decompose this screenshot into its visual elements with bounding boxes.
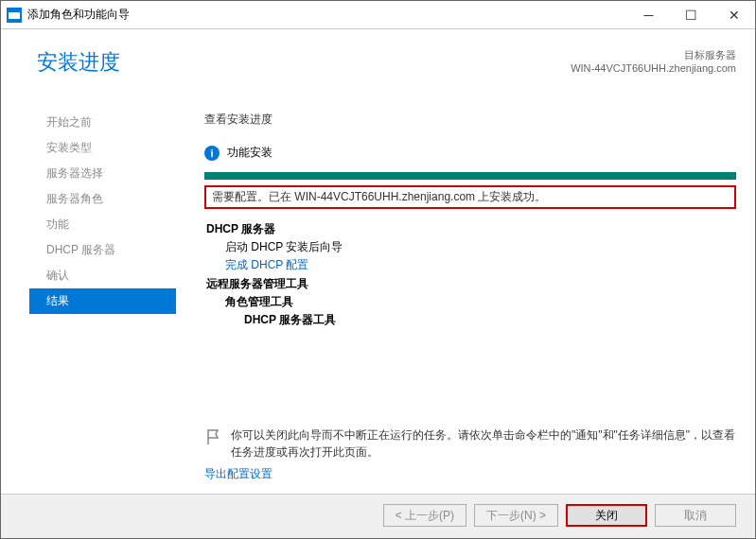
next-button: 下一步(N) > [474,504,558,527]
step-sidebar: 开始之前 安装类型 服务器选择 服务器角色 功能 DHCP 服务器 确认 结果 [29,100,176,494]
tree-dhcp-server: DHCP 服务器 [206,220,736,238]
status-message: 需要配置。已在 WIN-44VCJT66UHH.zhenjiang.com 上安… [204,185,736,209]
status-row: i 功能安装 [204,145,736,161]
info-icon: i [204,146,220,161]
window-title: 添加角色和功能向导 [27,7,627,23]
note-row: 你可以关闭此向导而不中断正在运行的任务。请依次单击命令栏中的"通知"和"任务详细… [204,426,736,461]
svg-rect-2 [9,10,20,12]
sidebar-item-results[interactable]: 结果 [29,288,176,314]
cancel-button: 取消 [655,504,736,527]
target-server-name: WIN-44VCJT66UHH.zhenjiang.com [571,62,736,74]
sidebar-item-server-select: 服务器选择 [29,161,176,186]
wizard-header: 安装进度 目标服务器 WIN-44VCJT66UHH.zhenjiang.com [1,29,755,100]
target-server-info: 目标服务器 WIN-44VCJT66UHH.zhenjiang.com [571,48,736,74]
maximize-button[interactable]: ☐ [670,1,712,28]
tree-post-install: 启动 DHCP 安装后向导 [225,238,736,256]
sidebar-item-before-begin: 开始之前 [29,110,176,135]
tree-dhcp-tools: DHCP 服务器工具 [244,311,736,329]
window-close-button[interactable]: ✕ [712,1,755,28]
export-config-link[interactable]: 导出配置设置 [204,466,736,482]
window-controls: ─ ☐ ✕ [627,1,755,28]
page-title: 安装进度 [37,48,571,77]
sidebar-item-dhcp: DHCP 服务器 [29,237,176,263]
wizard-footer: < 上一步(P) 下一步(N) > 关闭 取消 [1,494,755,538]
minimize-button[interactable]: ─ [627,1,670,28]
sidebar-item-install-type: 安装类型 [29,135,176,161]
tree-role-tools: 角色管理工具 [225,293,736,311]
close-button[interactable]: 关闭 [566,504,647,527]
complete-dhcp-config-link[interactable]: 完成 DHCP 配置 [225,256,736,274]
wizard-body: 开始之前 安装类型 服务器选择 服务器角色 功能 DHCP 服务器 确认 结果 … [1,100,755,494]
sidebar-item-server-roles: 服务器角色 [29,186,176,212]
tree-remote-tools: 远程服务器管理工具 [206,275,736,293]
sidebar-item-features: 功能 [29,212,176,237]
note-text: 你可以关闭此向导而不中断正在运行的任务。请依次单击命令栏中的"通知"和"任务详细… [231,426,736,461]
content-bottom: 你可以关闭此向导而不中断正在运行的任务。请依次单击命令栏中的"通知"和"任务详细… [204,417,736,494]
content-heading: 查看安装进度 [204,112,736,128]
progress-bar [204,172,736,180]
status-text: 功能安装 [227,145,273,161]
feature-tree: DHCP 服务器 启动 DHCP 安装后向导 完成 DHCP 配置 远程服务器管… [206,220,736,329]
titlebar: 添加角色和功能向导 ─ ☐ ✕ [1,1,755,29]
wizard-window: 添加角色和功能向导 ─ ☐ ✕ 安装进度 目标服务器 WIN-44VCJT66U… [0,0,756,539]
content-panel: 查看安装进度 i 功能安装 需要配置。已在 WIN-44VCJT66UHH.zh… [176,100,755,494]
sidebar-item-confirm: 确认 [29,263,176,288]
prev-button: < 上一步(P) [383,504,466,527]
app-icon [7,8,22,23]
flag-icon [204,426,223,447]
target-server-label: 目标服务器 [571,48,736,62]
